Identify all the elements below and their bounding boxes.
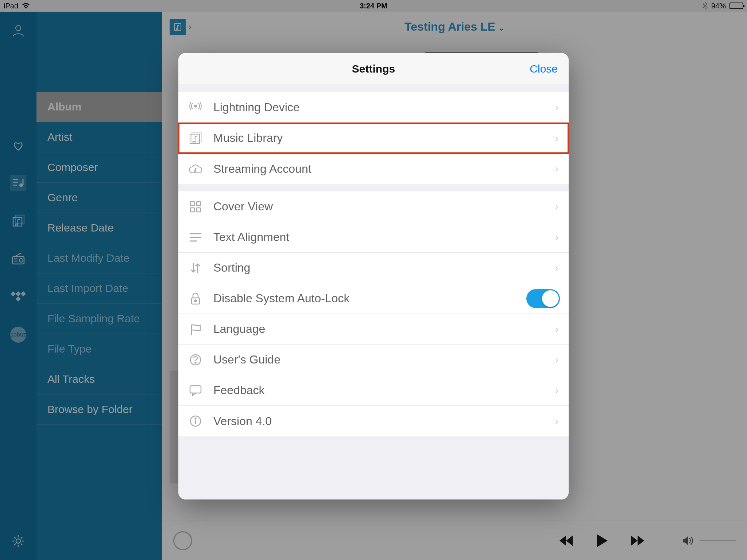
row-label: Cover View: [213, 200, 273, 213]
flag-icon: [188, 322, 203, 337]
settings-modal: Settings Close Lightning Device›Music Li…: [178, 53, 569, 499]
settings-row-autolock[interactable]: Disable System Auto-Lock: [178, 283, 569, 314]
svg-rect-21: [190, 202, 194, 206]
chevron-right-icon: ›: [555, 415, 558, 427]
chevron-right-icon: ›: [555, 323, 558, 335]
row-label: Sorting: [213, 261, 250, 275]
svg-rect-22: [197, 202, 201, 206]
svg-point-18: [194, 105, 197, 107]
row-label: Disable System Auto-Lock: [213, 292, 350, 305]
modal-body: Lightning Device›Music Library›Streaming…: [178, 85, 569, 499]
row-label: Feedback: [213, 384, 265, 397]
row-label: Music Library: [213, 131, 283, 145]
chevron-right-icon: ›: [555, 163, 558, 175]
modal-title: Settings: [352, 63, 395, 75]
svg-rect-23: [190, 208, 194, 212]
settings-row-language[interactable]: Language›: [178, 314, 569, 345]
lock-icon: [188, 291, 203, 306]
help-icon: [188, 352, 203, 368]
chevron-right-icon: ›: [555, 354, 558, 366]
svg-point-29: [195, 300, 197, 302]
settings-row-feedback[interactable]: Feedback›: [178, 375, 569, 406]
svg-point-34: [195, 418, 196, 419]
chevron-right-icon: ›: [555, 232, 558, 243]
chevron-right-icon: ›: [555, 132, 558, 144]
settings-row-sorting[interactable]: Sorting›: [178, 253, 569, 283]
chevron-right-icon: ›: [555, 262, 558, 274]
bubble-icon: [188, 383, 203, 398]
modal-header: Settings Close: [178, 53, 569, 85]
settings-row-text-align[interactable]: Text Alignment›: [178, 222, 569, 253]
settings-row-music-library[interactable]: Music Library›: [178, 123, 569, 153]
svg-point-31: [195, 362, 196, 363]
row-label: User's Guide: [213, 353, 280, 366]
settings-row-cover[interactable]: Cover View›: [178, 191, 569, 222]
row-label: Lightning Device: [213, 101, 300, 114]
settings-row-lightning[interactable]: Lightning Device›: [178, 92, 569, 123]
chevron-right-icon: ›: [555, 385, 558, 396]
antenna-icon: [188, 100, 203, 115]
library-icon: [188, 131, 203, 146]
toggle-switch[interactable]: [526, 289, 560, 308]
row-label: Streaming Account: [213, 162, 311, 176]
info-icon: [188, 413, 203, 429]
chevron-right-icon: ›: [555, 102, 558, 113]
settings-row-version[interactable]: Version 4.0›: [178, 406, 569, 436]
grid-icon: [188, 199, 203, 214]
svg-rect-24: [197, 208, 201, 212]
svg-rect-32: [190, 386, 201, 393]
cloud-icon: [188, 161, 203, 176]
row-label: Language: [213, 322, 265, 336]
close-button[interactable]: Close: [530, 63, 558, 75]
settings-row-streaming[interactable]: Streaming Account›: [178, 153, 569, 184]
row-label: Text Alignment: [213, 230, 289, 244]
align-icon: [188, 230, 203, 245]
settings-row-guide[interactable]: User's Guide›: [178, 345, 569, 375]
chevron-right-icon: ›: [555, 201, 558, 213]
sort-icon: [188, 260, 203, 276]
row-label: Version 4.0: [213, 415, 272, 428]
